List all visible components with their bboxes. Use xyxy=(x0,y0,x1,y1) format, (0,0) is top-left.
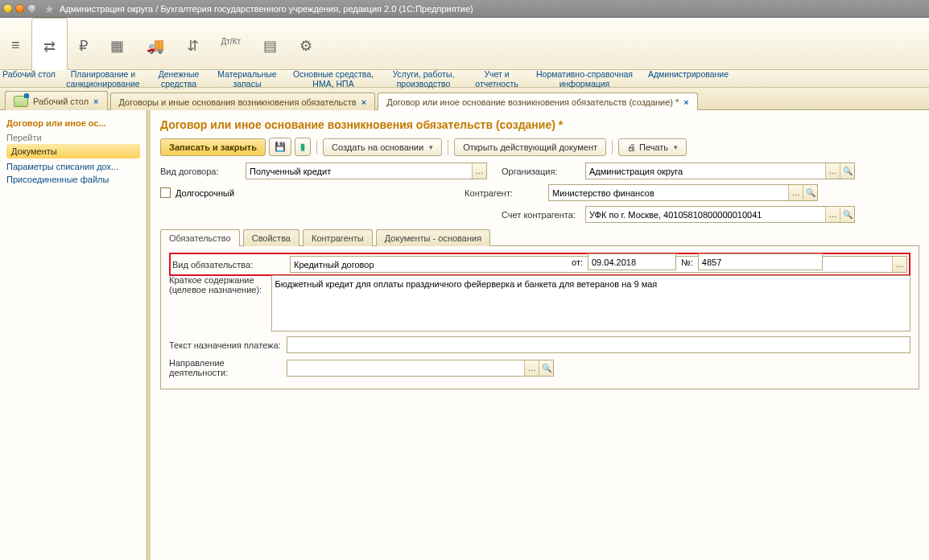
org-input[interactable] xyxy=(586,163,825,179)
gear-icon: ⚙ xyxy=(299,37,312,53)
menu-planning[interactable]: ⇄ xyxy=(31,18,68,70)
page-title: Договор или иное основание возникновения… xyxy=(160,118,919,131)
toolbar: Записать и закрыть 💾 ▮ Создать на основа… xyxy=(160,138,919,156)
number-input[interactable] xyxy=(699,254,822,270)
window-title: Администрация округа / Бухгалтерия госуд… xyxy=(60,4,473,14)
subtab-properties[interactable]: Свойства xyxy=(243,229,299,246)
lookup-button[interactable]: … xyxy=(825,207,840,222)
menu-assets[interactable]: 🚚 xyxy=(135,19,175,69)
tab-label: Договоры и иные основания возникновения … xyxy=(119,97,357,107)
titlebar: ★ Администрация округа / Бухгалтерия гос… xyxy=(0,0,929,18)
post-button[interactable]: ▮ xyxy=(295,138,311,156)
close-icon[interactable]: × xyxy=(361,97,366,107)
dtkt-icon: Дт/Кт xyxy=(221,37,242,53)
menu-label[interactable]: Услуги, работы, производство xyxy=(382,69,465,89)
label-payment-purpose: Текст назначения платежа: xyxy=(169,340,282,350)
grid-icon: ▦ xyxy=(110,37,124,53)
print-button[interactable]: 🖨Печать xyxy=(618,138,687,156)
contract-type-input[interactable] xyxy=(246,163,472,179)
open-button[interactable]: 🔍 xyxy=(840,207,854,222)
tab-desktop[interactable]: Рабочий стол × xyxy=(5,91,108,110)
counterparty-account-input[interactable] xyxy=(586,207,825,222)
menu-label[interactable]: Нормативно-справочная информация xyxy=(528,69,641,89)
subtabs: Обязательство Свойства Контрагенты Докум… xyxy=(160,229,919,246)
window-maximize-icon[interactable] xyxy=(27,4,36,13)
subtab-basis-docs[interactable]: Документы - основания xyxy=(376,229,490,246)
separator xyxy=(448,140,448,154)
subtab-obligation[interactable]: Обязательство xyxy=(160,229,240,246)
payment-purpose-field[interactable] xyxy=(287,336,910,353)
close-icon[interactable]: × xyxy=(93,97,98,106)
open-button[interactable]: 🔍 xyxy=(539,360,553,376)
sidebar-item-writeoff-params[interactable]: Параметры списания дох... xyxy=(6,162,140,171)
sidebar-item-documents[interactable]: Документы xyxy=(6,144,140,159)
subtab-counterparties[interactable]: Контрагенты xyxy=(303,229,373,246)
contract-type-field[interactable]: … xyxy=(246,163,487,179)
counterparty-input[interactable] xyxy=(549,185,788,200)
open-button[interactable]: 🔍 xyxy=(840,163,854,179)
menu-accounting[interactable]: Дт/Кт xyxy=(210,19,253,69)
lookup-button[interactable]: … xyxy=(472,163,486,179)
menu-label[interactable]: Основные средства, НМА, НПА xyxy=(285,69,382,89)
save-button[interactable]: 💾 xyxy=(269,138,291,156)
menu-label[interactable]: Учет и отчетность xyxy=(465,69,528,89)
lookup-button[interactable]: … xyxy=(892,257,906,272)
sidebar: Договор или иное ос... Перейти Документы… xyxy=(0,110,147,560)
payment-purpose-input[interactable] xyxy=(287,337,910,352)
longterm-checkbox[interactable]: Долгосрочный xyxy=(160,187,234,198)
tab-contracts-list[interactable]: Договоры и иные основания возникновения … xyxy=(110,93,376,110)
menu-admin[interactable]: ⚙ xyxy=(288,19,324,69)
tab-label: Рабочий стол xyxy=(33,97,89,106)
number-field[interactable] xyxy=(698,253,823,270)
menu-services[interactable]: ⇵ xyxy=(175,19,210,69)
label-activity-direction: Направление деятельности: xyxy=(169,358,282,377)
label-org: Организация: xyxy=(492,167,580,176)
menu-materials[interactable]: ▦ xyxy=(99,19,135,69)
separator xyxy=(612,140,613,154)
sidebar-item-attached-files[interactable]: Присоединенные файлы xyxy=(6,175,140,184)
menu-label[interactable]: Администрирование xyxy=(641,69,736,89)
form-content: Договор или иное основание возникновения… xyxy=(151,110,929,560)
create-based-button[interactable]: Создать на основании xyxy=(323,138,442,156)
main-menu-titles: Рабочий стол Планирование и санкциониров… xyxy=(0,70,929,88)
date-field[interactable]: 📅 xyxy=(588,253,676,270)
checkbox-icon xyxy=(160,187,171,198)
open-current-button[interactable]: Открыть действующий документ xyxy=(454,138,606,156)
activity-direction-input[interactable] xyxy=(287,360,524,376)
separator xyxy=(316,140,317,154)
org-field[interactable]: … 🔍 xyxy=(585,163,855,179)
label-date-from: от: xyxy=(572,257,583,267)
window-minimize-icon[interactable] xyxy=(3,4,12,13)
menu-label[interactable]: Материальные запасы xyxy=(209,69,285,89)
favorite-icon[interactable]: ★ xyxy=(44,2,55,15)
floppy-icon: 💾 xyxy=(275,142,286,152)
tab-label: Договор или иное основание возникновения… xyxy=(386,97,679,107)
lookup-button[interactable]: … xyxy=(788,185,803,200)
planning-icon: ⇄ xyxy=(43,38,56,54)
menu-desktop[interactable]: ≡ xyxy=(0,19,31,69)
activity-direction-field[interactable]: … 🔍 xyxy=(287,360,554,377)
ruble-icon: ₽ xyxy=(79,37,88,53)
counterparty-account-field[interactable]: … 🔍 xyxy=(585,206,855,223)
lookup-button[interactable]: … xyxy=(825,163,840,179)
post-icon: ▮ xyxy=(300,142,305,152)
label-counterparty-account: Счет контрагента: xyxy=(492,210,580,220)
menu-label[interactable]: Рабочий стол xyxy=(0,69,58,89)
open-button[interactable]: 🔍 xyxy=(803,185,817,200)
printer-icon: 🖨 xyxy=(627,142,636,152)
document-tabs: Рабочий стол × Договоры и иные основания… xyxy=(0,88,929,110)
menu-reference[interactable]: ▤ xyxy=(252,19,288,69)
menu-icon: ≡ xyxy=(11,37,20,53)
menu-label[interactable]: Денежные средства xyxy=(148,69,209,89)
close-icon[interactable]: × xyxy=(683,97,688,107)
tab-contract-create[interactable]: Договор или иное основание возникновения… xyxy=(378,93,698,110)
label-longterm: Долгосрочный xyxy=(175,188,234,198)
summary-textarea[interactable] xyxy=(271,275,910,331)
save-close-button[interactable]: Записать и закрыть xyxy=(160,138,266,156)
counterparty-field[interactable]: … 🔍 xyxy=(548,184,818,201)
menu-money[interactable]: ₽ xyxy=(68,19,99,69)
menu-label[interactable]: Планирование и санкционирование xyxy=(58,69,148,89)
lookup-button[interactable]: … xyxy=(524,360,539,376)
window-close-icon[interactable] xyxy=(15,4,24,13)
label-obligation-type: Вид обязательства: xyxy=(172,260,285,270)
